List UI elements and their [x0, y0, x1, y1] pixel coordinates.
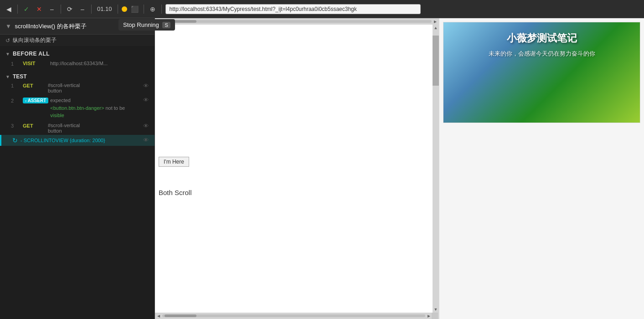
shortcut-key: S — [162, 22, 170, 28]
screenshot-subtitle: 未来的你，会感谢今天仍在努力奋斗的你 — [443, 50, 640, 58]
preview-main: I'm Here Both Scroll ▲ ▼ — [155, 25, 439, 313]
element-ref: <button.btn.btn-danger> — [50, 105, 104, 111]
im-here-button[interactable]: I'm Here — [159, 157, 189, 167]
sidebar-label: 纵向滚动条的栗子 — [13, 36, 57, 44]
vscroll-up-btn[interactable]: ▲ — [433, 25, 439, 31]
hscroll-bottom-left-btn[interactable]: ◀ — [156, 313, 161, 319]
before-all-header[interactable]: ▼ BEFORE ALL — [0, 49, 155, 59]
row-3-cmd: GET — [23, 123, 48, 129]
divider-4 — [118, 5, 118, 14]
screenshot-image: 小薇梦测试笔记 未来的你，会感谢今天仍在努力奋斗的你 — [443, 22, 640, 123]
test-list: ▼ BEFORE ALL 1 VISIT http://localhost:63… — [0, 46, 155, 319]
suite-title[interactable]: ▼ scrollIntoView() 的各种栗子 — [5, 23, 87, 30]
reload-button[interactable]: ⟳ — [65, 4, 75, 14]
record-button[interactable]: ⬛ — [130, 4, 140, 14]
outer-pane: ◀ ▶ I'm Here Both Scroll — [155, 18, 644, 319]
scrollinto-row[interactable]: ↻ - SCROLLINTOVIEW {duration: 2000} 👁 — [0, 135, 155, 146]
test-section-label: TEST — [13, 73, 27, 80]
row-2-eye-icon[interactable]: 👁 — [143, 97, 149, 103]
dash-button-2[interactable]: – — [77, 4, 88, 14]
row-1-num: 1 — [11, 82, 20, 88]
row-1-cmd: GET — [23, 82, 48, 88]
not-to-be: not to be — [105, 105, 125, 111]
version-label: 01.10 — [97, 5, 112, 12]
test-section-header[interactable]: ▼ TEST — [0, 72, 155, 81]
bottom-hscroll-row: ◀ ▶ — [155, 313, 439, 319]
crosshair-button[interactable]: ⊕ — [148, 4, 158, 14]
check-button[interactable]: ✓ — [21, 4, 31, 14]
screenshot-title: 小薇梦测试笔记 — [443, 31, 640, 45]
dash-button[interactable]: – — [47, 4, 57, 14]
row-1-val: #scroll-verticalbutton — [48, 82, 80, 93]
both-scroll-label: Both Scroll — [159, 189, 192, 196]
assert-badge: - ASSERT — [23, 98, 48, 103]
scroll-corner — [432, 313, 438, 319]
sidebar-icon: ↺ — [5, 37, 10, 44]
visit-row[interactable]: 1 VISIT http://localhost:63343/M... — [0, 59, 155, 68]
vscroll-thumb — [433, 36, 439, 86]
test-panel: ▼ scrollIntoView() 的各种栗子 ↺ 纵向滚动条的栗子 ▼ BE… — [0, 18, 155, 319]
divider-1 — [17, 5, 18, 14]
test-section-arrow: ▼ — [5, 74, 10, 79]
row-1-eye-icon[interactable]: 👁 — [143, 82, 149, 89]
white-content-area: I'm Here Both Scroll — [155, 25, 433, 313]
get-row-1[interactable]: 1 GET #scroll-verticalbutton 👁 — [0, 81, 155, 95]
divider-6 — [161, 5, 162, 14]
get-row-3[interactable]: 3 GET #scroll-verticalbutton 👁 — [0, 121, 155, 135]
hscroll-bottom-thumb — [165, 314, 196, 317]
visible-word: visible — [50, 113, 64, 118]
spinning-icon: ↻ — [12, 137, 18, 144]
before-all-label: BEFORE ALL — [13, 51, 50, 57]
main-area: ▼ scrollIntoView() 的各种栗子 ↺ 纵向滚动条的栗子 ▼ BE… — [0, 18, 644, 319]
row-3-num: 3 — [11, 123, 20, 129]
vscroll-down-btn[interactable]: ▼ — [433, 306, 439, 313]
assert-text: expected <button.btn.btn-danger> not to … — [50, 97, 125, 119]
test-section: ▼ TEST 1 GET #scroll-verticalbutton 👁 2 … — [0, 71, 155, 147]
hscroll-top-track[interactable] — [162, 20, 432, 23]
screenshot-card: 小薇梦测试笔记 未来的你，会感谢今天仍在努力奋斗的你 — [443, 22, 640, 123]
hscroll-right-btn[interactable]: ▶ — [433, 19, 438, 24]
scrollinto-eye-icon[interactable]: 👁 — [143, 137, 149, 144]
row-3-val: #scroll-verticalbutton — [48, 123, 80, 134]
url-bar[interactable] — [165, 4, 421, 14]
before-all-section: ▼ BEFORE ALL 1 VISIT http://localhost:63… — [0, 46, 155, 71]
suite-collapse-icon: ▼ — [5, 23, 11, 30]
expected-word: expected — [50, 98, 71, 103]
back-button[interactable]: ◀ — [4, 4, 14, 14]
sidebar-section-header[interactable]: ↺ 纵向滚动条的栗子 — [0, 35, 155, 46]
visit-val: http://localhost:63343/M... — [50, 61, 108, 66]
scrollinto-text: - SCROLLINTOVIEW {duration: 2000} — [21, 138, 105, 143]
before-all-arrow: ▼ — [5, 51, 10, 57]
status-indicator — [122, 6, 127, 12]
assert-row-2[interactable]: 2 - ASSERT expected <button.btn.btn-dang… — [0, 95, 155, 121]
hscroll-bottom-right-btn[interactable]: ▶ — [426, 313, 432, 319]
stop-button[interactable]: ✕ — [34, 4, 44, 14]
row-3-eye-icon[interactable]: 👁 — [143, 123, 149, 129]
divider-3 — [91, 5, 92, 14]
vscroll-track[interactable] — [433, 31, 439, 306]
preview-viewport: I'm Here Both Scroll — [155, 25, 433, 313]
preview-vscroll: ▲ ▼ — [433, 25, 439, 313]
hscroll-bottom-track[interactable] — [162, 314, 425, 317]
stop-running-tooltip: Stop Running S — [118, 19, 175, 31]
visit-row-num: 1 — [11, 61, 20, 67]
toolbar: ◀ ✓ ✕ – ⟳ – 01.10 ⬛ ⊕ — [0, 0, 644, 18]
visit-cmd: VISIT — [23, 61, 50, 66]
right-panel: 小薇梦测试笔记 未来的你，会感谢今天仍在努力奋斗的你 — [439, 18, 644, 319]
row-2-num: 2 — [11, 97, 20, 103]
preview-outer: ◀ ▶ I'm Here Both Scroll — [155, 18, 439, 319]
divider-2 — [61, 5, 61, 14]
top-hscroll-row: ◀ ▶ — [155, 18, 439, 25]
divider-5 — [144, 5, 144, 14]
